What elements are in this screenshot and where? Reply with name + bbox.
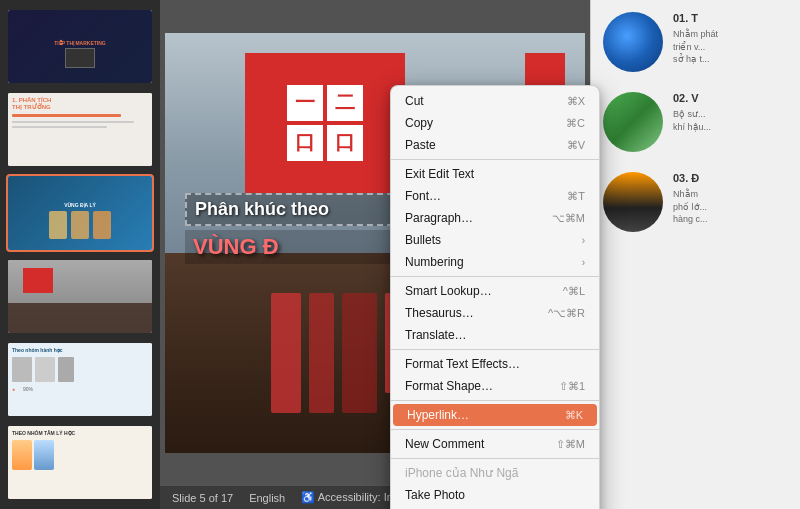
- slide-info: Slide 5 of 17: [172, 492, 233, 504]
- menu-bullets-arrow: ›: [582, 235, 585, 246]
- thumb1-monitor-icon: [65, 48, 95, 68]
- panel-desc-2: Bộ sư...khí hậu...: [673, 108, 788, 133]
- menu-new-comment-shortcut: ⇧⌘M: [556, 438, 585, 451]
- menu-numbering[interactable]: Numbering ›: [391, 251, 599, 273]
- menu-translate-label: Translate…: [405, 328, 467, 342]
- slide-thumb-4[interactable]: [6, 258, 154, 335]
- panel-title-1: 01. T: [673, 12, 788, 24]
- slide-panel[interactable]: TIẾP THỊ MARKETING 1. PHÂN TÍCHTHỊ TRƯỜN…: [0, 0, 160, 509]
- menu-take-photo[interactable]: Take Photo: [391, 484, 599, 506]
- menu-paragraph-label: Paragraph…: [405, 211, 473, 225]
- menu-format-shape[interactable]: Format Shape… ⇧⌘1: [391, 375, 599, 397]
- uniqlo-sign: 一 二 口 口: [245, 53, 405, 193]
- context-menu: Cut ⌘X Copy ⌘C Paste ⌘V Exit Edit Text F…: [390, 85, 600, 509]
- menu-thesaurus-shortcut: ^⌥⌘R: [548, 307, 585, 320]
- panel-text-3: 03. Đ Nhằmphố lớ...hàng c...: [673, 172, 788, 226]
- sign-symbol-3: 口: [295, 129, 315, 156]
- menu-paste-shortcut: ⌘V: [567, 139, 585, 152]
- slide-thumb-1[interactable]: TIẾP THỊ MARKETING: [6, 8, 154, 85]
- menu-iphone-text: iPhone của Như Ngã: [405, 466, 518, 480]
- panel-circle-3: [603, 172, 663, 232]
- menu-new-comment[interactable]: New Comment ⇧⌘M: [391, 433, 599, 455]
- menu-paragraph-shortcut: ⌥⌘M: [552, 212, 585, 225]
- menu-cut-label: Cut: [405, 94, 424, 108]
- menu-new-comment-label: New Comment: [405, 437, 484, 451]
- panel-item-3: 03. Đ Nhằmphố lớ...hàng c...: [603, 172, 788, 232]
- menu-font-label: Font…: [405, 189, 441, 203]
- menu-copy[interactable]: Copy ⌘C: [391, 112, 599, 134]
- panel-title-2: 02. V: [673, 92, 788, 104]
- slide-thumb-2[interactable]: 1. PHÂN TÍCHTHỊ TRƯỜNG: [6, 91, 154, 168]
- menu-smart-lookup-shortcut: ^⌘L: [563, 285, 585, 298]
- slide-thumb-6[interactable]: THEO NHÓM TÂM LÝ HỌC: [6, 424, 154, 501]
- thumb6-figures: [12, 440, 148, 470]
- sign-symbol-2: 二: [335, 89, 355, 116]
- city-icon: [603, 172, 663, 232]
- menu-bullets-label: Bullets: [405, 233, 441, 247]
- menu-font-shortcut: ⌘T: [567, 190, 585, 203]
- menu-format-shape-shortcut: ⇧⌘1: [559, 380, 585, 393]
- menu-numbering-arrow: ›: [582, 257, 585, 268]
- menu-separator-6: [391, 458, 599, 459]
- thumb4-sign: [23, 268, 53, 293]
- menu-numbering-label: Numbering: [405, 255, 464, 269]
- menu-cut-shortcut: ⌘X: [567, 95, 585, 108]
- menu-copy-label: Copy: [405, 116, 433, 130]
- menu-iphone-label: iPhone của Như Ngã: [391, 462, 599, 484]
- menu-translate[interactable]: Translate…: [391, 324, 599, 346]
- menu-format-text-effects-label: Format Text Effects…: [405, 357, 520, 371]
- thumb5-icons: [12, 357, 148, 382]
- menu-hyperlink-label: Hyperlink…: [407, 408, 469, 422]
- thumb6-label: THEO NHÓM TÂM LÝ HỌC: [12, 430, 148, 436]
- menu-thesaurus-label: Thesaurus…: [405, 306, 474, 320]
- menu-format-text-effects[interactable]: Format Text Effects…: [391, 353, 599, 375]
- menu-copy-shortcut: ⌘C: [566, 117, 585, 130]
- menu-take-photo-label: Take Photo: [405, 488, 465, 502]
- menu-paste-label: Paste: [405, 138, 436, 152]
- menu-separator-3: [391, 349, 599, 350]
- menu-separator-4: [391, 400, 599, 401]
- menu-separator-1: [391, 159, 599, 160]
- nature-icon: [603, 92, 663, 152]
- menu-separator-5: [391, 429, 599, 430]
- thumb3-persons: [49, 211, 111, 239]
- panel-circle-1: [603, 12, 663, 72]
- menu-cut[interactable]: Cut ⌘X: [391, 90, 599, 112]
- panel-text-1: 01. T Nhằm pháttriển v...sở hạ t...: [673, 12, 788, 66]
- panel-desc-1: Nhằm pháttriển v...sở hạ t...: [673, 28, 788, 66]
- menu-hyperlink[interactable]: Hyperlink… ⌘K: [393, 404, 597, 426]
- menu-paragraph[interactable]: Paragraph… ⌥⌘M: [391, 207, 599, 229]
- menu-separator-2: [391, 276, 599, 277]
- menu-bullets[interactable]: Bullets ›: [391, 229, 599, 251]
- thumb1-label: TIẾP THỊ MARKETING: [54, 40, 105, 46]
- menu-paste[interactable]: Paste ⌘V: [391, 134, 599, 156]
- thumb5-metrics: ● 90%: [12, 386, 148, 392]
- panel-title-3: 03. Đ: [673, 172, 788, 184]
- earth-icon: [603, 12, 663, 72]
- menu-font[interactable]: Font… ⌘T: [391, 185, 599, 207]
- menu-hyperlink-shortcut: ⌘K: [565, 409, 583, 422]
- sign-symbol-1: 一: [295, 89, 315, 116]
- panel-item-2: 02. V Bộ sư...khí hậu...: [603, 92, 788, 152]
- panel-circle-2: [603, 92, 663, 152]
- menu-thesaurus[interactable]: Thesaurus… ^⌥⌘R: [391, 302, 599, 324]
- thumb5-label: Theo nhóm hành học: [12, 347, 148, 353]
- language-indicator[interactable]: English: [249, 492, 285, 504]
- panel-item-1: 01. T Nhằm pháttriển v...sở hạ t...: [603, 12, 788, 72]
- panel-text-2: 02. V Bộ sư...khí hậu...: [673, 92, 788, 133]
- thumb4-interior: [8, 303, 152, 335]
- menu-format-shape-label: Format Shape…: [405, 379, 493, 393]
- app-container: TIẾP THỊ MARKETING 1. PHÂN TÍCHTHỊ TRƯỜN…: [0, 0, 800, 509]
- sign-symbol-4: 口: [335, 129, 355, 156]
- menu-exit-edit-text[interactable]: Exit Edit Text: [391, 163, 599, 185]
- panel-desc-3: Nhằmphố lớ...hàng c...: [673, 188, 788, 226]
- thumb2-title: 1. PHÂN TÍCHTHỊ TRƯỜNG: [12, 97, 148, 110]
- accessibility-icon: ♿: [301, 491, 315, 503]
- menu-smart-lookup-label: Smart Lookup…: [405, 284, 492, 298]
- right-panel: 01. T Nhằm pháttriển v...sở hạ t... 02. …: [590, 0, 800, 509]
- menu-smart-lookup[interactable]: Smart Lookup… ^⌘L: [391, 280, 599, 302]
- thumb3-label: VÙNG ĐỊA LÝ: [64, 202, 96, 208]
- slide-thumb-5[interactable]: Theo nhóm hành học ● 90%: [6, 341, 154, 418]
- slide-thumb-3[interactable]: VÙNG ĐỊA LÝ: [6, 174, 154, 251]
- menu-exit-edit-text-label: Exit Edit Text: [405, 167, 474, 181]
